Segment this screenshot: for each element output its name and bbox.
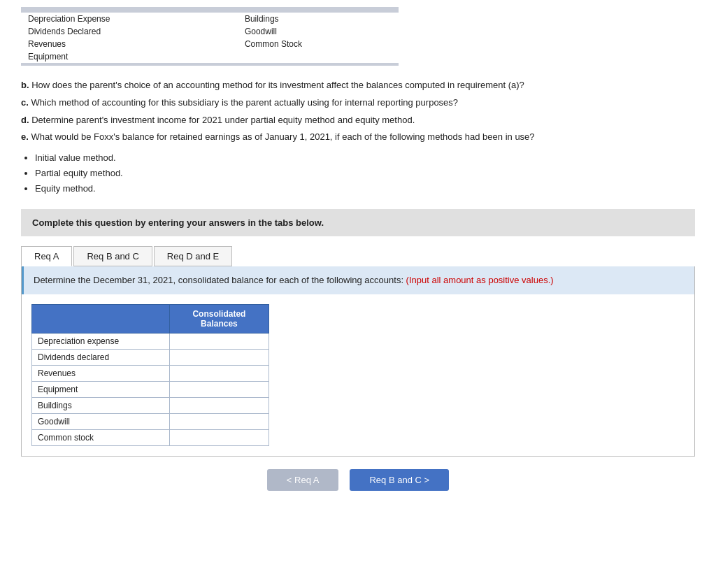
table-col-header-consolidated: Consolidated Balances xyxy=(169,304,268,333)
table-row: Depreciation expense xyxy=(32,333,269,349)
consolidated-balances-table: Consolidated Balances Depreciation expen… xyxy=(31,304,269,446)
row-label: Goodwill xyxy=(32,413,170,429)
row-label: Equipment xyxy=(32,381,170,397)
top-table-left-cell: Revenues xyxy=(21,38,238,50)
data-table-wrapper: Consolidated Balances Depreciation expen… xyxy=(22,294,694,456)
tab-content-area: Determine the December 31, 2021, consoli… xyxy=(21,266,695,457)
table-row: Buildings xyxy=(32,397,269,413)
complete-banner: Complete this question by entering your … xyxy=(21,209,695,236)
top-table-left-cell: Equipment xyxy=(21,50,238,63)
row-input-cell xyxy=(169,365,268,381)
input-revenues[interactable] xyxy=(173,367,266,380)
prev-button[interactable]: < Req A xyxy=(267,469,339,491)
row-label: Buildings xyxy=(32,397,170,413)
banner-text: Complete this question by entering your … xyxy=(32,217,324,228)
instruction-text: Determine the December 31, 2021, consoli… xyxy=(34,275,406,285)
table-row: Revenues xyxy=(32,365,269,381)
table-row: Equipment xyxy=(32,381,269,397)
top-table-footer xyxy=(21,63,399,66)
row-input-cell xyxy=(169,413,268,429)
row-input-cell xyxy=(169,333,268,349)
input-buildings[interactable] xyxy=(173,399,266,412)
top-accounts-table: Depreciation ExpenseBuildingsDividends D… xyxy=(21,13,399,63)
tabs-row: Req A Req B and C Req D and E xyxy=(21,246,695,266)
question-c: c. Which method of accounting for this s… xyxy=(21,96,695,110)
next-button[interactable]: Req B and C > xyxy=(350,469,449,491)
row-label: Depreciation expense xyxy=(32,333,170,349)
row-label: Dividends declared xyxy=(32,349,170,365)
top-table-right-cell: Common Stock xyxy=(238,38,399,50)
question-section: b. How does the parent's choice of an ac… xyxy=(21,78,695,196)
bullet-item: Initial value method. xyxy=(35,150,695,166)
row-label: Revenues xyxy=(32,365,170,381)
bullet-item: Partial equity method. xyxy=(35,166,695,181)
bullet-item: Equity method. xyxy=(35,181,695,196)
row-input-cell xyxy=(169,349,268,365)
input-dividends-declared[interactable] xyxy=(173,351,266,364)
top-table-header xyxy=(21,7,399,13)
input-equipment[interactable] xyxy=(173,383,266,396)
top-table-section: Depreciation ExpenseBuildingsDividends D… xyxy=(21,7,695,66)
top-table-right-cell xyxy=(238,50,399,63)
question-d: d. Determine parent's investment income … xyxy=(21,113,695,128)
table-row: Dividends declared xyxy=(32,349,269,365)
table-row: Common stock xyxy=(32,429,269,445)
instruction-bar: Determine the December 31, 2021, consoli… xyxy=(22,266,694,294)
input-goodwill[interactable] xyxy=(173,415,266,428)
row-label: Common stock xyxy=(32,429,170,445)
input-common-stock[interactable] xyxy=(173,431,266,444)
bullet-list: Initial value method.Partial equity meth… xyxy=(35,150,695,196)
top-table-left-cell: Depreciation Expense xyxy=(21,13,238,25)
tab-req-a[interactable]: Req A xyxy=(21,246,72,266)
top-table-left-cell: Dividends Declared xyxy=(21,25,238,38)
row-input-cell xyxy=(169,381,268,397)
input-depreciation-expense[interactable] xyxy=(173,335,266,347)
tab-req-d-e[interactable]: Req D and E xyxy=(154,246,232,266)
row-input-cell xyxy=(169,429,268,445)
instruction-highlight: (Input all amount as positive values.) xyxy=(406,275,554,285)
top-table-right-cell: Goodwill xyxy=(238,25,399,38)
tab-req-b-c[interactable]: Req B and C xyxy=(73,246,152,266)
row-input-cell xyxy=(169,397,268,413)
top-table-right-cell: Buildings xyxy=(238,13,399,25)
question-e: e. What would be Foxx's balance for reta… xyxy=(21,130,695,145)
bottom-nav: < Req A Req B and C > xyxy=(21,469,695,491)
question-b: b. How does the parent's choice of an ac… xyxy=(21,78,695,93)
table-row: Goodwill xyxy=(32,413,269,429)
table-col-header-empty xyxy=(32,304,170,333)
